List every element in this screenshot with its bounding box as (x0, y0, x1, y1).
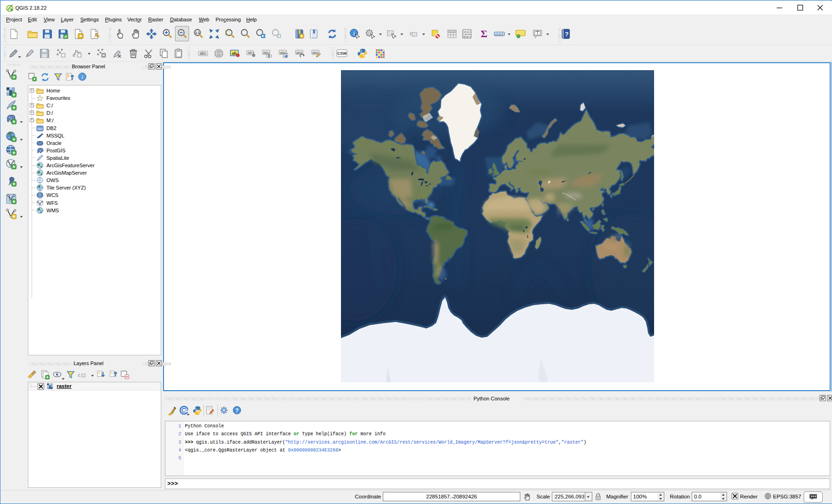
svg-text:i: i (353, 30, 355, 37)
svg-text:ε: ε (410, 29, 413, 37)
svg-text:i: i (81, 74, 83, 80)
svg-text:abc: abc (200, 51, 207, 56)
svg-text:abc: abc (263, 51, 269, 55)
svg-text:T: T (536, 31, 539, 36)
svg-text:Σ: Σ (481, 28, 487, 39)
svg-text:ε: ε (78, 372, 81, 378)
svg-text:DB2: DB2 (37, 127, 43, 130)
svg-text:abc: abc (313, 51, 319, 55)
svg-text:1:1: 1:1 (195, 31, 200, 34)
svg-text:CSW: CSW (337, 51, 347, 56)
svg-text:?: ? (235, 407, 238, 414)
svg-text:ab: ab (232, 51, 237, 56)
svg-text:?: ? (565, 31, 569, 38)
svg-text:ab: ab (248, 51, 252, 55)
svg-text:abc: abc (280, 51, 286, 55)
